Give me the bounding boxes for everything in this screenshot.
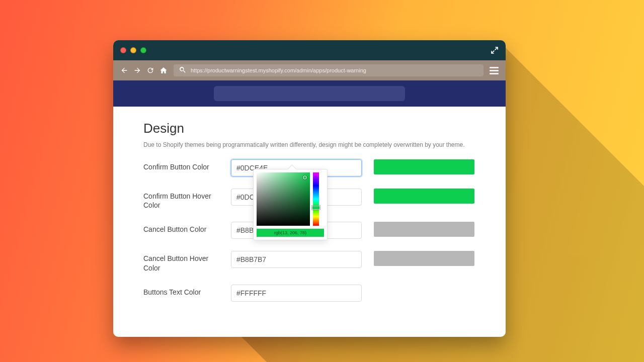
label-cancel-hover-color: Cancel Button Hover Color	[143, 251, 219, 272]
back-icon[interactable]	[120, 66, 128, 74]
forward-icon[interactable]	[133, 66, 141, 74]
home-icon[interactable]	[159, 66, 168, 74]
close-window-button[interactable]	[120, 47, 126, 53]
color-picker-saturation-area[interactable]	[257, 172, 310, 226]
page-content: Design Due to Shopify themes being progr…	[113, 107, 506, 337]
color-picker-preview: rgb(13, 206, 78)	[257, 229, 324, 237]
window-traffic-lights	[120, 47, 146, 53]
refresh-icon[interactable]	[146, 66, 154, 74]
app-header-search[interactable]	[214, 86, 405, 101]
input-cancel-hover-color[interactable]	[231, 251, 362, 268]
zoom-window-button[interactable]	[140, 47, 146, 53]
color-picker-popover: rgb(13, 206, 78)	[253, 169, 328, 240]
url-text: https://productwarningstest.myshopify.co…	[191, 67, 366, 73]
swatch-cancel-color	[374, 222, 474, 237]
browser-window: https://productwarningstest.myshopify.co…	[113, 40, 506, 337]
input-text-color[interactable]	[231, 285, 362, 302]
color-picker-sv-handle[interactable]	[303, 175, 307, 179]
label-text-color: Buttons Text Color	[143, 285, 219, 297]
window-titlebar	[113, 40, 506, 60]
fullscreen-icon[interactable]	[491, 46, 499, 56]
row-text-color: Buttons Text Color	[143, 285, 475, 302]
label-confirm-color: Confirm Button Color	[143, 159, 219, 171]
menu-icon[interactable]	[490, 67, 499, 74]
app-header-bar	[113, 80, 506, 107]
search-icon	[179, 66, 187, 75]
swatch-cancel-hover-color	[374, 251, 474, 266]
label-cancel-color: Cancel Button Color	[143, 222, 219, 234]
browser-toolbar: https://productwarningstest.myshopify.co…	[113, 60, 506, 80]
row-cancel-hover-color: Cancel Button Hover Color	[143, 251, 475, 272]
swatch-confirm-color	[374, 159, 474, 174]
swatch-confirm-hover-color	[374, 189, 474, 204]
page-subtext: Due to Shopify themes being programmatic…	[143, 141, 475, 148]
color-picker-hue-slider[interactable]	[313, 172, 319, 226]
minimize-window-button[interactable]	[130, 47, 136, 53]
page-title: Design	[143, 121, 475, 136]
color-picker-hue-handle[interactable]	[312, 206, 320, 210]
url-bar[interactable]: https://productwarningstest.myshopify.co…	[174, 64, 484, 76]
label-confirm-hover-color: Confirm Button Hover Color	[143, 189, 219, 210]
